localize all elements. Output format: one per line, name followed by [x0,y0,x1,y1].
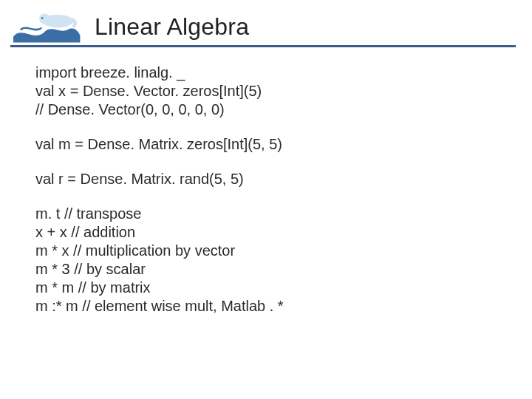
code-line: m * m // by matrix [35,279,497,297]
code-line: // Dense. Vector(0, 0, 0, 0, 0) [35,100,497,119]
breeze-logo-icon [10,7,81,44]
svg-point-2 [41,17,44,19]
title-underline [0,45,532,47]
code-line: val m = Dense. Matrix. zeros[Int](5, 5) [35,135,497,154]
code-block-1: import breeze. linalg. _ val x = Dense. … [35,64,497,119]
code-line: m :* m // element wise mult, Matlab . * [35,297,497,316]
code-line: x + x // addition [35,223,497,242]
code-line: m * x // multiplication by vector [35,242,497,260]
slide: Linear Algebra import breeze. linalg. _ … [0,0,532,399]
code-line: val x = Dense. Vector. zeros[Int](5) [35,82,497,100]
slide-body: import breeze. linalg. _ val x = Dense. … [0,47,532,316]
slide-title: Linear Algebra [95,13,532,41]
code-line: val r = Dense. Matrix. rand(5, 5) [35,170,497,188]
code-block-4: m. t // transpose x + x // addition m * … [35,205,497,316]
code-line: m. t // transpose [35,205,497,223]
svg-point-1 [39,13,50,24]
code-line: m * 3 // by scalar [35,260,497,279]
slide-header: Linear Algebra [0,0,532,47]
code-block-2: val m = Dense. Matrix. zeros[Int](5, 5) [35,135,497,154]
code-line: import breeze. linalg. _ [35,64,497,82]
code-block-3: val r = Dense. Matrix. rand(5, 5) [35,170,497,188]
